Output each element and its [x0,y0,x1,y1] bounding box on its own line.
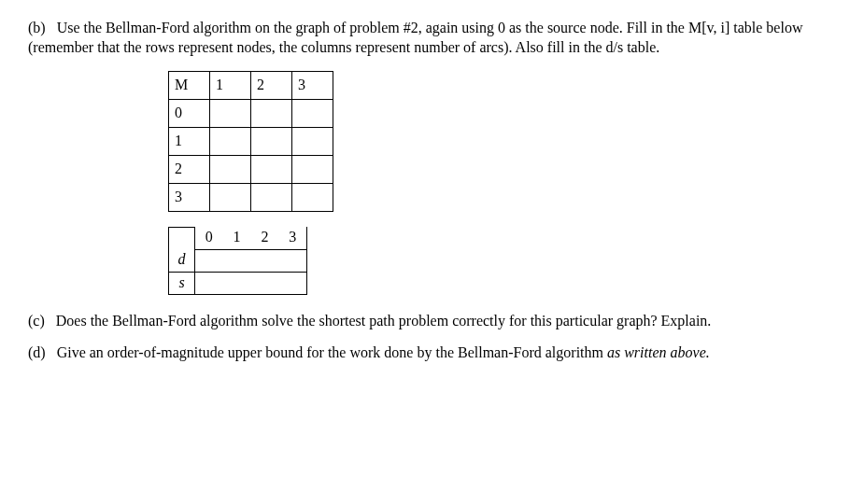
m-table-cell [251,183,292,211]
m-table-cell [210,127,251,155]
part-b: (b) Use the Bellman-Ford algorithm on th… [28,19,836,58]
ds-table-col-header: 0 [195,227,223,249]
ds-table-row-label: d [169,249,195,272]
ds-table-cell [195,272,223,294]
m-table-cell [251,99,292,127]
m-table-cell [210,99,251,127]
m-table-row-label: 0 [169,99,210,127]
m-table-row-label: 3 [169,183,210,211]
part-d-body-italic: as written above. [607,344,710,360]
ds-table-col-header: 1 [223,227,251,249]
ds-table-cell [251,272,279,294]
m-table-cell [292,155,333,183]
m-table-cell [292,99,333,127]
ds-table-cell [279,249,307,272]
ds-table-col-header: 2 [251,227,279,249]
ds-table: 0 1 2 3 d s [168,227,307,295]
ds-table-header-row: 0 1 2 3 [169,227,307,249]
m-table-cell [292,183,333,211]
m-table-header-cell: 1 [210,71,251,99]
part-b-label: (b) [28,20,46,35]
m-table-row-label: 1 [169,127,210,155]
ds-table-corner [169,227,195,249]
ds-table-row-label: s [169,272,195,294]
m-table-row-label: 2 [169,155,210,183]
part-b-body: Use the Bellman-Ford algorithm on the gr… [28,20,802,55]
part-c-label: (c) [28,313,45,329]
m-table-row: 1 [169,127,333,155]
m-table-container: M 1 2 3 0 1 2 3 [168,71,836,212]
m-table-header-row: M 1 2 3 [169,71,333,99]
m-table-cell [210,183,251,211]
m-table-row: 3 [169,183,333,211]
part-d-body-prefix: Give an order-of-magnitude upper bound f… [57,344,607,360]
m-table-header-cell: M [169,71,210,99]
ds-table-col-header: 3 [279,227,307,249]
m-table-cell [251,155,292,183]
part-d: (d) Give an order-of-magnitude upper bou… [28,343,836,363]
ds-table-cell [223,249,251,272]
ds-table-row: s [169,272,307,294]
m-table-row: 2 [169,155,333,183]
m-table: M 1 2 3 0 1 2 3 [168,71,333,212]
m-table-cell [292,127,333,155]
m-table-cell [251,127,292,155]
part-c-text: (c) Does the Bellman-Ford algorithm solv… [28,312,836,331]
part-d-label: (d) [28,344,46,360]
ds-table-cell [251,249,279,272]
ds-table-cell [279,272,307,294]
part-c: (c) Does the Bellman-Ford algorithm solv… [28,312,836,331]
part-b-text: (b) Use the Bellman-Ford algorithm on th… [28,19,836,58]
ds-table-cell [223,272,251,294]
part-c-body: Does the Bellman-Ford algorithm solve th… [56,313,712,329]
m-table-header-cell: 2 [251,71,292,99]
ds-table-row: d [169,249,307,272]
m-table-cell [210,155,251,183]
part-d-text: (d) Give an order-of-magnitude upper bou… [28,343,836,363]
ds-table-cell [195,249,223,272]
m-table-header-cell: 3 [292,71,333,99]
m-table-row: 0 [169,99,333,127]
